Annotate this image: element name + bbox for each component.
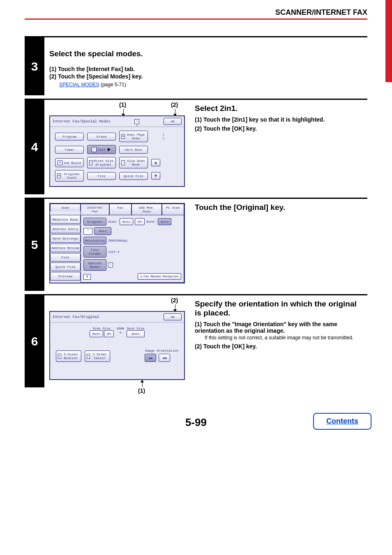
orientation-landscape-button[interactable]: ◀◀ xyxy=(159,354,170,362)
step-5-row: 5 Scan Internet Fax Fax USB Mem. Scan xyxy=(25,198,367,291)
ifax-reception-button[interactable]: I-Fax Manual Reception xyxy=(138,273,181,280)
percent-label: 100% xyxy=(116,327,124,330)
twoin1-icon: 1 2 xyxy=(92,147,97,152)
step-6-sub1: (1) Touch the "Image Orientation" key wi… xyxy=(195,321,362,334)
scan-a4-field: A4 xyxy=(135,218,145,225)
sidebar-quick-file[interactable]: Quick File xyxy=(50,263,81,271)
step-number: 6 xyxy=(25,295,44,387)
scan-label: Scan: xyxy=(108,220,118,223)
card-shot-button[interactable]: Card Shot xyxy=(119,146,148,154)
sidebar-address-book[interactable]: ▶Address Book xyxy=(50,215,81,224)
booklet-icon: ▯ xyxy=(58,354,61,359)
tab-internet-fax[interactable]: Internet Fax xyxy=(81,204,109,215)
tab-pc-scan[interactable]: PC Scan xyxy=(162,204,184,215)
exposure-auto-button[interactable]: Auto xyxy=(94,227,111,235)
contents-button[interactable]: Contents xyxy=(313,413,371,430)
step-4-title: Select 2in1. xyxy=(195,104,362,113)
scan-a4-field[interactable]: A4 xyxy=(104,330,114,337)
file-button[interactable]: File xyxy=(87,172,116,180)
special-modes-button[interactable]: Special Modes xyxy=(83,259,106,271)
sidebar-file[interactable]: File xyxy=(50,253,81,262)
mixed-size-button[interactable]: ▭Mixed Size Original xyxy=(87,157,116,168)
step-3-sub1: (1) Touch the [Internet Fax] tab. xyxy=(49,66,362,72)
callout-2-label: (2) xyxy=(171,101,178,108)
scroll-up-button[interactable]: ▲ xyxy=(151,159,160,166)
dualpage-icon: ▣ xyxy=(121,134,125,139)
image-orientation-label: Image Orientation xyxy=(145,349,178,352)
tab-fax[interactable]: Fax xyxy=(109,204,131,215)
special-modes-count-icon: 1 xyxy=(108,263,113,267)
step-4-sub2: (2) Touch the [OK] key. xyxy=(195,125,362,132)
two-sided-tablet-button[interactable]: ▭2-Sided Tablet xyxy=(85,350,110,362)
sidebar-address-entry[interactable]: Address Entry xyxy=(50,225,81,233)
scan-size-label: Scan Size xyxy=(90,327,114,330)
step-6-sub2: (2) Touch the [OK] key. xyxy=(195,343,362,350)
callout-line xyxy=(142,382,143,387)
resolution-button[interactable]: Resolution xyxy=(83,237,106,244)
orientation-portrait-button[interactable]: ▲▲ xyxy=(145,354,156,362)
portrait-icon: ▲▲ xyxy=(149,356,153,360)
step-number: 5 xyxy=(25,199,44,291)
job-build-button[interactable]: ▤Job Build xyxy=(55,158,84,167)
main-screen: Scan Internet Fax Fax USB Mem. Scan PC S… xyxy=(49,203,185,283)
tab-scan[interactable]: Scan xyxy=(50,204,81,211)
original-screen: Internet Fax/Original OK Scan Size Auto … xyxy=(49,311,185,380)
section-header: SCANNER/INTERNET FAX xyxy=(25,8,367,20)
twoin1-button[interactable]: 1 22in1 xyxy=(87,145,116,154)
two-sided-booklet-button[interactable]: ▯2-Sided Booklet xyxy=(56,350,81,362)
special-modes-screen: Internet Fax/Special Modes 1 2 OK Progra… xyxy=(49,115,185,187)
pager: 1 2 xyxy=(151,133,164,140)
step-3-row: 3 Select the special modes. (1) Touch th… xyxy=(25,36,367,95)
sidebar-address-review[interactable]: Address Review xyxy=(50,244,81,252)
red-side-stripe xyxy=(385,0,392,82)
step-3-sub2: (2) Touch the [Special Modes] key. xyxy=(49,73,362,80)
ok-button[interactable]: OK xyxy=(164,118,182,125)
resolution-value: 200X100dpi xyxy=(108,239,128,242)
original-count-button[interactable]: ▤Original Count xyxy=(55,170,84,182)
origcount-icon: ▤ xyxy=(57,173,61,178)
mixed-icon: ▭ xyxy=(89,160,92,165)
send-label: Send: xyxy=(146,220,156,223)
step-6-row: 6 (2) Internet Fax/Original OK Scan Size xyxy=(25,294,367,387)
callout-arrow xyxy=(141,380,144,382)
step-number: 3 xyxy=(25,37,44,95)
landscape-icon: ◀◀ xyxy=(163,356,167,360)
slow-scan-button[interactable]: ▱Slow Scan Mode xyxy=(119,157,148,168)
original-button[interactable]: Original xyxy=(83,218,106,226)
special-modes-page: (page 5-71) xyxy=(99,82,126,88)
special-modes-link[interactable]: SPECIAL MODES xyxy=(59,82,99,88)
file-format-value: TIFF-F xyxy=(108,250,120,254)
ok-button[interactable]: OK xyxy=(164,313,182,320)
slowscan-icon: ▱ xyxy=(121,160,125,165)
sidebar: ▶Address Book Address Entry Send Setting… xyxy=(50,215,81,283)
file-format-button[interactable]: File Format xyxy=(83,246,106,258)
scan-auto-field[interactable]: Auto xyxy=(90,330,103,337)
tab-usb-scan[interactable]: USB Mem. Scan xyxy=(131,204,162,215)
step-4-sub1: (1) Touch the [2in1] key so that it is h… xyxy=(195,116,362,123)
callout-2-label: (2) xyxy=(171,297,178,304)
tablet-icon: ▭ xyxy=(87,354,90,359)
twoin1-titlebar-icon: 1 2 xyxy=(134,119,139,124)
send-auto-field[interactable]: Auto xyxy=(127,330,145,337)
quick-file-button[interactable]: Quick File xyxy=(119,172,148,180)
step-number: 4 xyxy=(25,100,44,194)
screen-title: Internet Fax/Special Modes xyxy=(53,120,110,124)
send-size-label: Send Size xyxy=(127,327,145,330)
step-3-title: Select the special modes. xyxy=(49,49,362,58)
program-button[interactable]: Program xyxy=(55,133,84,140)
step-6-sub1-note: If this setting is not correct, a suitab… xyxy=(205,335,362,341)
exposure-thumb-icon: ▭ xyxy=(83,228,92,235)
sidebar-send-settings[interactable]: Send Settings xyxy=(50,234,81,243)
step-6-title: Specify the orientation in which the ori… xyxy=(195,299,362,318)
timer-button[interactable]: Timer xyxy=(55,146,84,154)
erase-button[interactable]: Erase xyxy=(87,133,116,140)
dual-page-scan-button[interactable]: ▣Dual Page Scan xyxy=(119,131,148,142)
screen-title: Internet Fax/Original xyxy=(53,315,99,319)
speaker-icon[interactable]: 🔈 xyxy=(83,274,91,280)
selector-pointer-icon xyxy=(108,148,111,151)
send-auto-field: Auto xyxy=(158,218,171,225)
scroll-down-button[interactable]: ▼ xyxy=(151,172,160,180)
sidebar-preview[interactable]: Preview xyxy=(50,272,81,281)
callout-1-label: (1) xyxy=(138,387,145,394)
callout-1-label: (1) xyxy=(119,101,126,108)
